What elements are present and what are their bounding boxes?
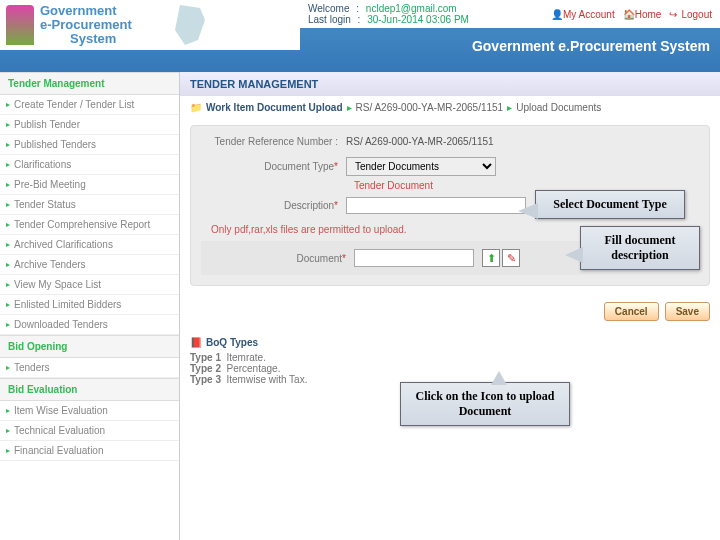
sidebar-item[interactable]: ▸Downloaded Tenders [0, 315, 179, 335]
save-button[interactable]: Save [665, 302, 710, 321]
map-icon [160, 0, 220, 50]
sidebar-item-label: Archived Clarifications [14, 239, 113, 250]
user-icon: 👤 [551, 9, 561, 19]
logo-line2: e-Procurement [40, 17, 132, 32]
sidebar-item-label: Enlisted Limited Bidders [14, 299, 121, 310]
lastlogin-value: 30-Jun-2014 03:06 PM [367, 14, 469, 25]
sidebar-item[interactable]: ▸Archived Clarifications [0, 235, 179, 255]
breadcrumb: 📁 Work Item Document Upload ▸ RS/ A269-0… [180, 96, 720, 119]
arrow-icon: ▸ [6, 140, 10, 149]
sidebar-item[interactable]: ▸Publish Tender [0, 115, 179, 135]
welcome-label: Welcome [308, 3, 350, 14]
welcome-value: ncldep1@gmail.com [366, 3, 457, 14]
arrow-icon: ▸ [6, 300, 10, 309]
sidebar-item[interactable]: ▸Financial Evaluation [0, 441, 179, 461]
arrow-icon: ▸ [6, 100, 10, 109]
account-links: 👤My Account 🏠Home ↪Logout [551, 9, 712, 20]
callout-description: Fill document description [580, 226, 700, 270]
sidebar-item[interactable]: ▸Item Wise Evaluation [0, 401, 179, 421]
callout-upload: Click on the Icon to upload Document [400, 382, 570, 426]
sidebar-item-label: Archive Tenders [14, 259, 86, 270]
lastlogin-label: Last login [308, 14, 351, 25]
page-title: TENDER MANAGEMENT [180, 72, 720, 96]
ref-value: RS/ A269-000-YA-MR-2065/1151 [346, 136, 494, 147]
arrow-icon: ▸ [6, 280, 10, 289]
sidebar-item-label: Technical Evaluation [14, 425, 105, 436]
sidebar-item-label: Pre-Bid Meeting [14, 179, 86, 190]
logo-line1: Government [40, 3, 117, 18]
logo-line3: System [70, 31, 116, 46]
sidebar-item-label: Downloaded Tenders [14, 319, 108, 330]
arrow-icon: ▸ [6, 220, 10, 229]
sidebar-item[interactable]: ▸Tender Status [0, 195, 179, 215]
logout-link[interactable]: ↪Logout [669, 9, 712, 20]
desc-input[interactable] [346, 197, 526, 214]
sidebar-item[interactable]: ▸Published Tenders [0, 135, 179, 155]
doctype-select[interactable]: Tender Documents [346, 157, 496, 176]
user-info: Welcome : ncldep1@gmail.com Last login :… [308, 3, 469, 25]
arrow-icon: ▸ [6, 446, 10, 455]
sidebar-item-label: Published Tenders [14, 139, 96, 150]
sidebar: Tender Management▸Create Tender / Tender… [0, 72, 180, 540]
arrow-icon: ▸ [6, 200, 10, 209]
header-top: Welcome : ncldep1@gmail.com Last login :… [300, 0, 720, 28]
sidebar-item[interactable]: ▸Tender Comprehensive Report [0, 215, 179, 235]
sign-icon[interactable]: ✎ [502, 249, 520, 267]
boq-types: 📕BoQ Types Type 1 Itemrate.Type 2 Percen… [190, 337, 710, 385]
sidebar-head: Bid Evaluation [0, 378, 179, 401]
sidebar-item[interactable]: ▸Pre-Bid Meeting [0, 175, 179, 195]
emblem-icon [6, 5, 34, 45]
breadcrumb-tail: Upload Documents [516, 102, 601, 113]
arrow-icon: ▸ [6, 120, 10, 129]
breadcrumb-label: Work Item Document Upload [206, 102, 343, 113]
my-account-link[interactable]: 👤My Account [551, 9, 615, 20]
boq-head: 📕BoQ Types [190, 337, 710, 348]
desc-label: Description* [201, 200, 346, 211]
arrow-icon: ▸ [6, 320, 10, 329]
header: Government e-Procurement System Welcome … [0, 0, 720, 72]
sidebar-item[interactable]: ▸Archive Tenders [0, 255, 179, 275]
ref-label: Tender Reference Number : [201, 136, 346, 147]
arrow-icon: ▸ [6, 160, 10, 169]
boq-row: Type 1 Itemrate. [190, 352, 710, 363]
sidebar-item-label: Publish Tender [14, 119, 80, 130]
arrow-icon: ▸ [6, 426, 10, 435]
doc-label: Document* [209, 253, 354, 264]
sidebar-item-label: Item Wise Evaluation [14, 405, 108, 416]
arrow-icon: ▸ [6, 260, 10, 269]
sidebar-item[interactable]: ▸Tenders [0, 358, 179, 378]
content: TENDER MANAGEMENT 📁 Work Item Document U… [180, 72, 720, 540]
doctype-label: Document Type* [201, 161, 346, 172]
sidebar-item-label: Tender Comprehensive Report [14, 219, 150, 230]
sidebar-item-label: Create Tender / Tender List [14, 99, 134, 110]
home-link[interactable]: 🏠Home [623, 9, 662, 20]
system-title: Government e.Procurement System [472, 38, 710, 54]
breadcrumb-mid: RS/ A269-000-YA-MR-2065/1151 [356, 102, 504, 113]
sidebar-item-label: Clarifications [14, 159, 71, 170]
cancel-button[interactable]: Cancel [604, 302, 659, 321]
button-row: Cancel Save [180, 292, 720, 331]
document-field[interactable] [354, 249, 474, 267]
sidebar-item[interactable]: ▸Technical Evaluation [0, 421, 179, 441]
arrow-icon: ▸ [6, 240, 10, 249]
arrow-icon: ▸ [6, 363, 10, 372]
sidebar-head: Bid Opening [0, 335, 179, 358]
logo-area: Government e-Procurement System [0, 0, 300, 50]
book-icon: 📕 [190, 337, 202, 348]
logout-icon: ↪ [669, 9, 679, 19]
arrow-icon: ▸ [6, 180, 10, 189]
upload-icon[interactable]: ⬆ [482, 249, 500, 267]
sidebar-item-label: View My Space List [14, 279, 101, 290]
sidebar-item[interactable]: ▸View My Space List [0, 275, 179, 295]
callout-doctype: Select Document Type [535, 190, 685, 219]
sidebar-item[interactable]: ▸Clarifications [0, 155, 179, 175]
sidebar-item[interactable]: ▸Create Tender / Tender List [0, 95, 179, 115]
home-icon: 🏠 [623, 9, 633, 19]
sidebar-item-label: Tenders [14, 362, 50, 373]
arrow-icon: ▸ [6, 406, 10, 415]
sidebar-item[interactable]: ▸Enlisted Limited Bidders [0, 295, 179, 315]
logo-text: Government e-Procurement System [40, 4, 132, 47]
sidebar-item-label: Tender Status [14, 199, 76, 210]
sidebar-item-label: Financial Evaluation [14, 445, 104, 456]
boq-row: Type 2 Percentage. [190, 363, 710, 374]
